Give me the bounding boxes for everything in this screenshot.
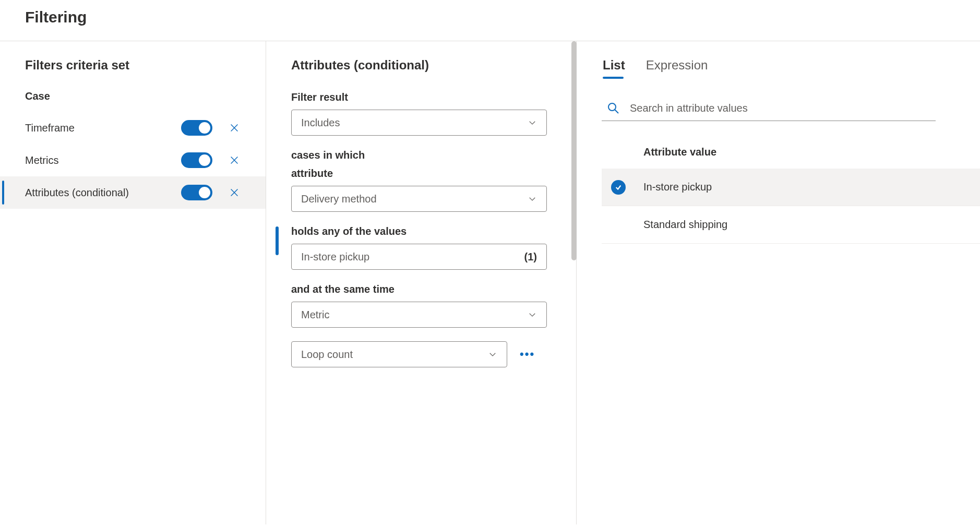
label-holds-values: holds any of the values xyxy=(291,225,551,237)
criteria-label: Metrics xyxy=(25,154,181,166)
criteria-item-timeframe[interactable]: Timeframe xyxy=(0,112,266,144)
remove-metrics-icon[interactable] xyxy=(228,154,241,166)
chevron-down-icon xyxy=(528,310,537,319)
filters-criteria-panel: Filters criteria set Case Timeframe Metr… xyxy=(0,41,266,524)
select-value: Metric xyxy=(301,309,329,321)
value-text: In-store pickup xyxy=(301,251,369,263)
criteria-set-title: Filters criteria set xyxy=(25,58,241,73)
select-filter-result[interactable]: Includes xyxy=(291,110,547,136)
label-cases-in-which: cases in which xyxy=(291,149,551,161)
select-attribute[interactable]: Delivery method xyxy=(291,186,547,212)
attribute-value-row[interactable]: In-store pickup xyxy=(602,169,980,206)
attribute-value-label: Standard shipping xyxy=(643,219,727,231)
label-and-same-time: and at the same time xyxy=(291,283,551,295)
filter-details-panel: Attributes (conditional) Filter result I… xyxy=(266,41,577,524)
values-input[interactable]: In-store pickup (1) xyxy=(291,244,547,270)
search-box[interactable] xyxy=(602,99,936,121)
more-options-icon[interactable]: ••• xyxy=(520,348,535,361)
criteria-label: Attributes (conditional) xyxy=(25,187,181,199)
focus-indicator xyxy=(276,226,279,255)
search-input[interactable] xyxy=(630,102,934,114)
chevron-down-icon xyxy=(528,118,537,127)
criteria-label: Timeframe xyxy=(25,122,181,134)
details-title: Attributes (conditional) xyxy=(291,58,551,73)
check-icon[interactable] xyxy=(611,180,626,195)
value-count: (1) xyxy=(524,251,537,263)
check-icon[interactable] xyxy=(611,218,626,232)
criteria-group-case: Case xyxy=(25,90,241,102)
scrollbar[interactable] xyxy=(571,41,577,260)
toggle-metrics[interactable] xyxy=(181,152,212,168)
select-metric-type[interactable]: Metric xyxy=(291,302,547,328)
chevron-down-icon xyxy=(528,194,537,204)
tab-expression[interactable]: Expression xyxy=(646,58,708,78)
svg-line-1 xyxy=(615,110,618,113)
toggle-timeframe[interactable] xyxy=(181,120,212,136)
label-filter-result: Filter result xyxy=(291,91,551,103)
tab-list[interactable]: List xyxy=(603,58,625,78)
chevron-down-icon xyxy=(488,350,497,359)
attribute-values-panel: List Expression Attribute value In-store… xyxy=(577,41,980,524)
attribute-value-row[interactable]: Standard shipping xyxy=(602,206,980,244)
criteria-item-attributes-conditional[interactable]: Attributes (conditional) xyxy=(0,176,266,209)
page-title: Filtering xyxy=(25,8,955,26)
remove-attributes-conditional-icon[interactable] xyxy=(228,186,241,199)
attribute-value-label: In-store pickup xyxy=(643,181,712,193)
remove-timeframe-icon[interactable] xyxy=(228,122,241,134)
select-value: Loop count xyxy=(301,349,353,361)
toggle-attributes-conditional[interactable] xyxy=(181,185,212,200)
svg-point-0 xyxy=(608,103,616,111)
criteria-item-metrics[interactable]: Metrics xyxy=(0,144,266,176)
label-attribute: attribute xyxy=(291,168,551,180)
select-value: Includes xyxy=(301,117,340,129)
search-icon xyxy=(607,102,619,114)
attribute-value-header: Attribute value xyxy=(602,146,980,169)
select-value: Delivery method xyxy=(301,193,377,205)
select-metric-name[interactable]: Loop count xyxy=(291,341,507,367)
